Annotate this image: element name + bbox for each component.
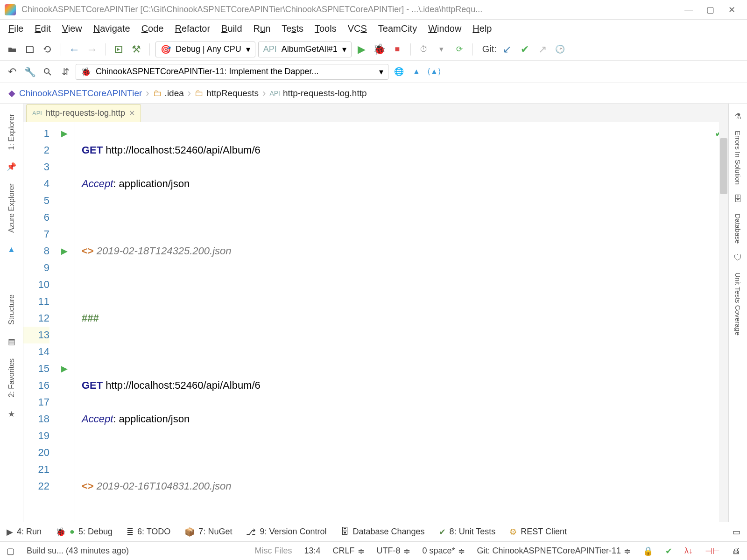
menu-tools[interactable]: Tools [309, 21, 342, 37]
shield-icon[interactable]: 🛡 [732, 252, 744, 264]
menu-vcs[interactable]: VCS [342, 21, 373, 37]
run-request-icon[interactable]: ▶ [54, 243, 75, 259]
notifications-icon[interactable]: 🖨 [732, 546, 740, 556]
menu-tests[interactable]: Tests [276, 21, 309, 37]
forward-icon[interactable]: → [85, 42, 99, 57]
hammer-icon[interactable]: ⚒ [129, 42, 144, 57]
azure-icon[interactable]: ▲ [409, 64, 424, 79]
tab-database[interactable]: Database [732, 208, 744, 249]
debug-icon[interactable]: 🐞 [372, 42, 387, 57]
memory-icon[interactable]: λ↓ [684, 546, 693, 556]
open-icon[interactable] [5, 42, 20, 57]
chevron-right-icon: › [146, 87, 149, 99]
database-icon[interactable]: 🗄 [732, 193, 744, 205]
tool-debug[interactable]: 🐞●5: Debug [56, 527, 113, 537]
tab-structure[interactable]: Structure [6, 288, 18, 331]
status-git-branch[interactable]: Git: ChinookASPNETCoreAPINTier-11 ≑ [477, 546, 631, 556]
git-history-icon[interactable]: 🕑 [553, 42, 568, 57]
back-icon[interactable]: ← [67, 42, 82, 57]
status-build[interactable]: Build su... (43 minutes ago) [27, 546, 129, 556]
star-icon[interactable]: ★ [5, 408, 18, 421]
menu-edit[interactable]: Edit [29, 21, 56, 37]
status-position[interactable]: 13:4 [304, 546, 320, 556]
menu-window[interactable]: Window [423, 21, 467, 37]
file-tab[interactable]: API http-requests-log.http ✕ [26, 104, 141, 122]
undo-icon[interactable]: ↶ [5, 64, 20, 79]
scrollbar-thumb[interactable] [720, 138, 727, 194]
folder-icon: 🗀 [195, 88, 204, 98]
close-tab-icon[interactable]: ✕ [129, 109, 135, 118]
close-button[interactable]: ✕ [721, 0, 742, 20]
list-icon: ≣ [127, 527, 134, 537]
git-pull-icon[interactable]: ↙ [500, 42, 514, 57]
menu-help[interactable]: Help [467, 21, 497, 37]
status-indent[interactable]: 0 space* ≑ [423, 546, 465, 556]
profile-dropdown-icon[interactable]: ▾ [434, 42, 449, 57]
menu-teamcity[interactable]: TeamCity [373, 21, 423, 37]
tab-unit-coverage[interactable]: Unit Tests Coverage [732, 267, 744, 341]
azure-code-icon[interactable]: ⟨▲⟩ [427, 64, 442, 79]
run-icon[interactable]: ▶ [354, 42, 369, 57]
lock-icon[interactable]: 🔒 [643, 546, 653, 556]
tool-nuget[interactable]: 📦7: NuGet [184, 527, 232, 537]
menu-view[interactable]: View [56, 21, 88, 37]
menu-build[interactable]: Build [216, 21, 247, 37]
menu-bar: File Edit View Navigate Code Refactor Bu… [0, 20, 747, 38]
git-label: Git: [482, 44, 497, 55]
tab-errors[interactable]: Errors In Solution [732, 125, 744, 190]
svg-point-1 [44, 69, 49, 73]
task-dropdown[interactable]: 🐞 ChinookASPNETCoreAPINTier-11: Implemen… [76, 64, 388, 80]
pin-icon[interactable]: 📌 [5, 160, 18, 173]
code-editor[interactable]: 12345678910111213141516171819202122 ▶ ▶ … [23, 122, 728, 522]
status-encoding[interactable]: UTF-8 ≑ [377, 546, 410, 556]
wrench-icon[interactable]: 🔧 [22, 64, 37, 79]
tab-explorer[interactable]: 1: Explorer [6, 107, 18, 156]
inspection-status-icon[interactable]: ✔ [665, 546, 672, 556]
maximize-button[interactable]: ▢ [699, 0, 721, 20]
trim-icon[interactable]: ⊣⊢ [705, 546, 720, 556]
azure-icon[interactable]: ▲ [5, 243, 18, 256]
crumb-file[interactable]: APIhttp-requests-log.http [269, 88, 366, 98]
save-icon[interactable] [22, 42, 37, 57]
status-line-sep[interactable]: CRLF ≑ [332, 546, 364, 556]
crumb-root[interactable]: ChinookASPNETCoreAPINTier [19, 88, 142, 98]
tab-azure-explorer[interactable]: Azure Explorer [6, 177, 18, 239]
profile-icon[interactable]: ⏱ [416, 42, 431, 57]
globe-icon[interactable]: 🌐 [391, 64, 406, 79]
run-request-icon[interactable]: ▶ [54, 125, 75, 142]
structure-icon[interactable]: ▤ [5, 335, 18, 348]
menu-code[interactable]: Code [136, 21, 169, 37]
run-request-icon[interactable]: ▶ [54, 360, 75, 377]
window-title: ChinookASPNETCoreAPINTier [C:\Git\Chinoo… [21, 5, 678, 14]
menu-run[interactable]: Run [248, 21, 276, 37]
minimize-button[interactable]: — [678, 0, 699, 20]
tool-vcs[interactable]: ⎇9: Version Control [246, 527, 326, 537]
git-push-icon[interactable]: ↗ [535, 42, 550, 57]
event-log-icon[interactable]: ▭ [733, 527, 740, 537]
scrollbar-track[interactable] [719, 122, 728, 522]
crumb-idea[interactable]: 🗀.idea [153, 88, 184, 98]
menu-refactor[interactable]: Refactor [169, 21, 216, 37]
menu-navigate[interactable]: Navigate [88, 21, 136, 37]
switch-task-icon[interactable]: ⇵ [58, 64, 73, 79]
code-body[interactable]: GET http://localhost:52460/api/Album/6 A… [75, 122, 728, 522]
tool-rest-client[interactable]: ⚙REST Client [509, 527, 567, 537]
stop-icon[interactable]: ■ [390, 42, 405, 57]
crumb-httprequests[interactable]: 🗀httpRequests [195, 88, 259, 98]
tab-favorites[interactable]: 2: Favorites [6, 352, 18, 404]
menu-file[interactable]: File [3, 21, 29, 37]
run-config-dropdown[interactable]: API AlbumGetAll#1 ▾ [258, 42, 352, 57]
toggle-toolwindows-icon[interactable]: ▢ [7, 546, 14, 556]
tool-unit-tests[interactable]: ✔8: Unit Tests [439, 527, 496, 537]
flask-icon[interactable]: ⚗ [732, 110, 744, 122]
tool-run[interactable]: ▶4: Run [7, 527, 42, 537]
build-solution-icon[interactable] [111, 42, 126, 57]
search-icon[interactable] [40, 64, 55, 79]
refresh-icon[interactable] [40, 42, 55, 57]
tool-todo[interactable]: ≣6: TODO [127, 527, 170, 537]
build-config-dropdown[interactable]: 🎯 Debug | Any CPU ▾ [155, 42, 255, 57]
tool-db-changes[interactable]: 🗄Database Changes [341, 527, 425, 537]
git-commit-icon[interactable]: ✔ [517, 42, 532, 57]
status-misc[interactable]: Misc Files [254, 546, 292, 556]
coverage-icon[interactable]: ⟳ [452, 42, 467, 57]
